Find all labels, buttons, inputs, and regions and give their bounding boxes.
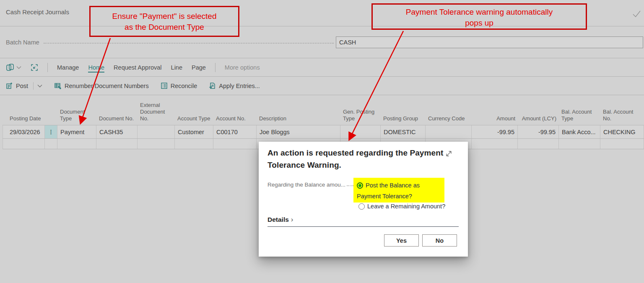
col-header-document-type[interactable]: Document Type	[57, 96, 96, 125]
apply-entries-button[interactable]: Apply Entries...	[209, 82, 260, 89]
no-button[interactable]: No	[422, 234, 457, 247]
annotation-box-tolerance-warning: Payment Tolerance warning automatically …	[371, 3, 587, 30]
cell-bal-account-type[interactable]: Bank Acco...	[559, 125, 600, 138]
col-header-amount-lcy[interactable]: Amount (LCY)	[518, 96, 559, 125]
dialog-field-label: Regarding the Balance amou...	[267, 182, 345, 188]
post-button[interactable]: Post	[6, 82, 42, 90]
cell-document-type[interactable]	[57, 139, 96, 149]
cell-account-type[interactable]	[175, 139, 213, 149]
col-header-posting-date[interactable]: Posting Date	[3, 96, 45, 125]
cell-amount-lcy[interactable]	[518, 139, 559, 149]
chevron-down-icon[interactable]	[37, 84, 42, 88]
dialog-dotted-leader	[347, 185, 353, 186]
annotation-text: Ensure "Payment" is selected	[91, 11, 238, 22]
radio-option-leave-remaining[interactable]: Leave a Remaining Amount?	[358, 203, 445, 210]
annotation-text: pops up	[373, 18, 586, 29]
post-icon	[6, 82, 13, 89]
ribbon-divider	[215, 63, 216, 72]
radio-option-leave-remaining-label[interactable]: Leave a Remaining Amount?	[367, 203, 445, 210]
col-header-bal-account-no[interactable]: Bal. Account No.	[600, 96, 644, 125]
renumber-label: Renumber Document Numbers	[65, 83, 149, 89]
ribbon-divider	[47, 63, 48, 72]
page-title: Cash Receipt Journals	[6, 8, 69, 16]
batch-name-label: Batch Name	[6, 39, 39, 46]
cell-amount-lcy[interactable]: -99.95	[518, 125, 559, 138]
cell-external-document-no[interactable]	[138, 139, 175, 149]
radio-option-post-balance[interactable]: Post the Balance as Payment Tolerance?	[353, 178, 444, 203]
col-header-document-no[interactable]: Document No.	[96, 96, 138, 125]
table-header-row: Posting Date Document Type Document No. …	[3, 96, 644, 125]
ribbon-menu-row: Manage Home Request Approval Line Page M…	[6, 59, 260, 76]
cell-currency-code[interactable]	[426, 125, 472, 138]
batch-name-input[interactable]	[336, 36, 643, 48]
reconcile-icon	[161, 82, 168, 89]
divider-under-actions	[0, 95, 644, 95]
chevron-right-icon: ›	[291, 215, 293, 223]
details-link[interactable]: Details›	[267, 215, 293, 224]
cell-document-no[interactable]	[96, 139, 138, 149]
col-header-amount[interactable]: Amount	[472, 96, 518, 125]
yes-button[interactable]: Yes	[384, 234, 419, 247]
divider-under-batch	[0, 58, 644, 58]
journal-table: Posting Date Document Type Document No. …	[3, 96, 644, 149]
vertical-ellipsis-icon: ⋮	[48, 131, 54, 133]
radio-option-post-balance-label[interactable]: Post the Balance as Payment Tolerance?	[357, 182, 420, 200]
cell-account-no[interactable]	[213, 139, 257, 149]
col-header-account-no[interactable]: Account No.	[213, 96, 257, 125]
cell-account-type[interactable]: Customer	[175, 125, 213, 138]
col-header-account-type[interactable]: Account Type	[175, 96, 213, 125]
cell-bal-account-type[interactable]	[559, 139, 600, 149]
cell-account-no[interactable]: C00170	[213, 125, 257, 138]
post-label: Post	[16, 83, 28, 89]
details-label: Details	[267, 216, 289, 223]
radio-unselected-icon[interactable]	[358, 203, 365, 210]
reconcile-button[interactable]: Reconcile	[161, 82, 197, 89]
tab-line[interactable]: Line	[171, 62, 182, 73]
apply-entries-icon	[209, 82, 216, 89]
cell-gen-posting-type[interactable]	[340, 125, 381, 138]
col-header-external-document-no[interactable]: External Document No.	[138, 96, 175, 125]
cell-row-menu[interactable]	[45, 139, 57, 149]
col-header-currency-code[interactable]: Currency Code	[426, 96, 472, 125]
table-row: 29/03/2026 ⋮ Payment CASH35 Customer C00…	[3, 125, 644, 139]
dialog-title: An action is requested regarding the Pay…	[267, 147, 448, 171]
page-canvas: Cash Receipt Journals Batch Name Manage …	[0, 0, 644, 283]
cell-posting-group[interactable]: DOMESTIC	[381, 125, 426, 138]
col-header-posting-group[interactable]: Posting Group	[381, 96, 426, 125]
post-split-divider	[33, 82, 34, 90]
annotation-text: Payment Tolerance warning automatically	[373, 7, 586, 18]
col-header-description[interactable]: Description	[257, 96, 340, 125]
cell-document-no[interactable]: CASH35	[96, 125, 138, 138]
cell-document-type[interactable]: Payment	[57, 125, 96, 138]
renumber-document-numbers-button[interactable]: Renumber Document Numbers	[54, 82, 149, 89]
cell-external-document-no[interactable]	[138, 125, 175, 138]
cell-amount[interactable]	[472, 139, 518, 149]
tab-request-approval[interactable]: Request Approval	[114, 62, 161, 73]
more-options-button[interactable]: More options	[225, 64, 260, 71]
cell-description[interactable]: Joe Bloggs	[257, 125, 340, 138]
details-underline	[267, 226, 459, 227]
tab-manage[interactable]: Manage	[57, 62, 79, 73]
row-menu-button[interactable]: ⋮	[45, 125, 57, 138]
apply-entries-label: Apply Entries...	[219, 83, 260, 89]
annotation-text: as the Document Type	[91, 22, 238, 33]
tab-page[interactable]: Page	[192, 62, 206, 73]
chevron-down-icon	[16, 66, 21, 69]
col-header-gen-posting-type[interactable]: Gen. Posting Type	[340, 96, 381, 125]
cell-bal-account-no[interactable]	[600, 139, 644, 149]
check-icon	[631, 9, 641, 20]
radio-selected-icon[interactable]	[357, 182, 363, 189]
cell-amount[interactable]: -99.95	[472, 125, 518, 138]
annotation-box-document-type: Ensure "Payment" is selected as the Docu…	[89, 6, 239, 37]
focus-mode-icon[interactable]	[31, 64, 38, 71]
divider-ribbon	[0, 76, 644, 77]
reconcile-label: Reconcile	[171, 83, 197, 89]
journal-batches-icon[interactable]	[6, 63, 21, 72]
col-header-bal-account-type[interactable]: Bal. Account Type	[559, 96, 600, 125]
expand-dialog-icon[interactable]	[445, 150, 453, 159]
tab-home[interactable]: Home	[88, 62, 104, 73]
cell-posting-date[interactable]	[3, 139, 45, 149]
cell-posting-date[interactable]: 29/03/2026	[3, 125, 45, 138]
batch-name-dotted-leader	[44, 43, 334, 44]
cell-bal-account-no[interactable]: CHECKING	[600, 125, 644, 138]
